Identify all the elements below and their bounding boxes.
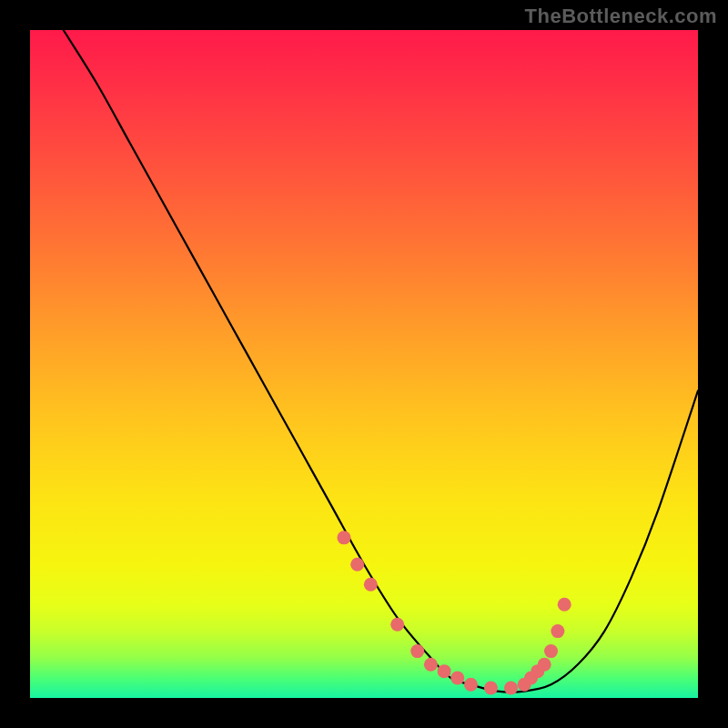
marker-dot xyxy=(410,644,424,658)
marker-dot xyxy=(538,658,551,672)
marker-dot xyxy=(544,644,558,658)
marker-dot xyxy=(504,681,518,694)
marker-dot xyxy=(551,624,564,638)
marker-dot xyxy=(364,578,378,592)
marker-dot xyxy=(337,531,350,544)
marker-dot xyxy=(350,558,364,571)
chart-frame: TheBottleneck.com xyxy=(0,0,728,728)
marker-dot xyxy=(438,664,451,678)
chart-svg xyxy=(30,30,698,698)
marker-dot xyxy=(558,598,571,612)
curve-line xyxy=(64,30,698,693)
marker-dot xyxy=(424,658,438,672)
marker-dot xyxy=(484,681,498,694)
marker-dots xyxy=(337,531,571,694)
marker-dot xyxy=(464,678,478,692)
plot-area xyxy=(30,30,698,698)
watermark-text: TheBottleneck.com xyxy=(525,5,717,28)
marker-dot xyxy=(450,671,464,684)
marker-dot xyxy=(390,618,404,632)
